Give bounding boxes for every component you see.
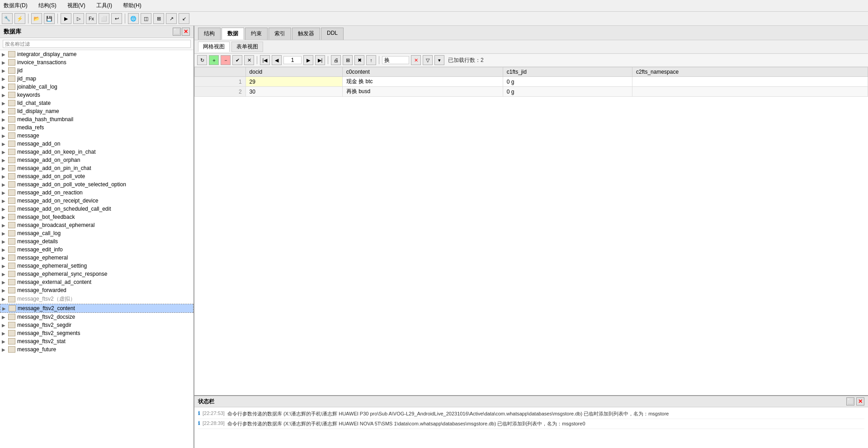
tree-item[interactable]: ▶jid xyxy=(0,66,193,75)
cell-c0content[interactable]: 再换 busd xyxy=(342,87,503,97)
toolbar-btn-7[interactable]: ⬜ xyxy=(99,13,109,24)
tree-item[interactable]: ▶message_add_on_poll_vote_selected_optio… xyxy=(0,180,193,189)
print-button[interactable]: 🖨 xyxy=(331,55,341,65)
tree-item[interactable]: ▶jid_map xyxy=(0,75,193,83)
cell-c0content[interactable]: 现金 换 btc xyxy=(342,77,503,87)
tree-item[interactable]: ▶message_future xyxy=(0,345,193,354)
menu-tools[interactable]: 工具(I) xyxy=(94,1,114,10)
col-header-docid[interactable]: docid xyxy=(245,67,342,77)
tree-item[interactable]: ▶message_add_on_reaction xyxy=(0,189,193,197)
tree-item[interactable]: ▶message_add_on_keep_in_chat xyxy=(0,148,193,156)
toolbar-btn-13[interactable]: ↙ xyxy=(179,13,189,24)
tab-data[interactable]: 数据 xyxy=(222,28,244,40)
subtab-form[interactable]: 表单视图 xyxy=(231,42,263,52)
toolbar-btn-9[interactable]: 🌐 xyxy=(128,13,139,24)
menu-structure[interactable]: 结构(S) xyxy=(37,1,58,10)
tree-item[interactable]: ▶message_add_on_orphan xyxy=(0,156,193,164)
toolbar-btn-fx[interactable]: Fx xyxy=(86,13,97,24)
tree-item[interactable]: ▶message_ftsv2_segdir xyxy=(0,321,193,329)
cell-c2fts_namespace[interactable] xyxy=(632,77,868,87)
tab-triggers[interactable]: 触发器 xyxy=(292,28,320,40)
status-minimize-button[interactable]: ⬜ xyxy=(846,397,854,406)
tree-item[interactable]: ▶message_ephemeral_sync_response xyxy=(0,270,193,278)
table-row[interactable]: 230再换 busd0 g xyxy=(195,87,868,97)
first-page-button[interactable]: |◀ xyxy=(260,55,270,65)
tree-item[interactable]: ▶message_ftsv2_content xyxy=(0,304,193,313)
tab-ddl[interactable]: DDL xyxy=(321,28,344,40)
filter-toggle-button[interactable]: ▽ xyxy=(423,55,433,65)
tree-item[interactable]: ▶message_add_on_pin_in_chat xyxy=(0,164,193,172)
tree-item[interactable]: ▶message_broadcast_ephemeral xyxy=(0,221,193,229)
toolbar-btn-3[interactable]: 📂 xyxy=(31,13,42,24)
tree-item[interactable]: ▶message_bot_feedback xyxy=(0,213,193,221)
filter-clear-button[interactable]: ✖ xyxy=(354,55,364,65)
toolbar-btn-6[interactable]: ▷ xyxy=(73,13,84,24)
last-page-button[interactable]: ▶| xyxy=(315,55,325,65)
tree-item[interactable]: ▶message_ftsv2_docsize xyxy=(0,313,193,321)
export-button[interactable]: ↑ xyxy=(366,55,376,65)
next-page-button[interactable]: ▶ xyxy=(303,55,313,65)
delete-row-button[interactable]: － xyxy=(221,55,231,65)
tree-item[interactable]: ▶lid_chat_state xyxy=(0,99,193,107)
tree-item[interactable]: ▶message_details xyxy=(0,237,193,245)
cell-c1fts_jid[interactable]: 0 g xyxy=(503,87,632,97)
page-number-input[interactable]: 1 xyxy=(283,56,302,64)
cell-c1fts_jid[interactable]: 0 g xyxy=(503,77,632,87)
tree-item[interactable]: ▶message_external_ad_content xyxy=(0,278,193,286)
filter-active-button[interactable]: ⊞ xyxy=(343,55,353,65)
tab-constraints[interactable]: 约束 xyxy=(245,28,268,40)
tree-item[interactable]: ▶message_ftsv2（虚拟） xyxy=(0,294,193,304)
tree-item[interactable]: ▶message_ftsv2_segments xyxy=(0,329,193,337)
tree-item[interactable]: ▶message_call_log xyxy=(0,229,193,237)
tree-item[interactable]: ▶message_add_on_receipt_device xyxy=(0,197,193,205)
confirm-button[interactable]: ✔ xyxy=(232,55,242,65)
status-close-button[interactable]: ✕ xyxy=(856,397,864,406)
search-clear-button[interactable]: ✕ xyxy=(411,55,421,65)
menu-database[interactable]: 数据库(D) xyxy=(2,1,29,10)
toolbar-btn-10[interactable]: ◫ xyxy=(141,13,151,24)
tree-item[interactable]: ▶joinable_call_log xyxy=(0,83,193,91)
filter-input[interactable] xyxy=(3,40,191,48)
cancel-button[interactable]: ✕ xyxy=(244,55,254,65)
refresh-button[interactable]: ↻ xyxy=(197,55,207,65)
table-row[interactable]: 129现金 换 btc0 g xyxy=(195,77,868,87)
tab-structure[interactable]: 结构 xyxy=(198,28,221,40)
tree-item[interactable]: ▶message_edit_info xyxy=(0,245,193,254)
menu-view[interactable]: 视图(V) xyxy=(66,1,87,10)
tree-item[interactable]: ▶message_ftsv2_stat xyxy=(0,337,193,345)
tree-item[interactable]: ▶message xyxy=(0,132,193,140)
tree-item[interactable]: ▶message_forwarded xyxy=(0,286,193,294)
tree-item[interactable]: ▶media_refs xyxy=(0,123,193,132)
prev-page-button[interactable]: ◀ xyxy=(272,55,282,65)
toolbar-btn-4[interactable]: 💾 xyxy=(44,13,55,24)
col-header-c0content[interactable]: c0content xyxy=(342,67,503,77)
tree-item[interactable]: ▶message_add_on_poll_vote xyxy=(0,172,193,180)
close-panel-button[interactable]: ✕ xyxy=(182,28,190,36)
cell-docid[interactable]: 30 xyxy=(245,87,342,97)
tree-item[interactable]: ▶keywords xyxy=(0,91,193,99)
tree-item[interactable]: ▶lid_display_name xyxy=(0,107,193,115)
tree-item[interactable]: ▶invoice_transactions xyxy=(0,58,193,66)
toolbar-btn-5[interactable]: ▶ xyxy=(61,13,71,24)
data-area[interactable]: docidc0contentc1fts_jidc2fts_namespace 1… xyxy=(194,67,868,395)
tab-indexes[interactable]: 索引 xyxy=(269,28,291,40)
toolbar-btn-12[interactable]: ↗ xyxy=(166,13,177,24)
tree-item[interactable]: ▶integrator_display_name xyxy=(0,50,193,58)
minimize-panel-button[interactable]: ⬜ xyxy=(173,28,181,36)
col-header-c2fts_namespace[interactable]: c2fts_namespace xyxy=(632,67,868,77)
menu-help[interactable]: 帮助(H) xyxy=(121,1,143,10)
col-header-c1fts_jid[interactable]: c1fts_jid xyxy=(503,67,632,77)
cell-c2fts_namespace[interactable] xyxy=(632,87,868,97)
add-row-button[interactable]: ＋ xyxy=(209,55,219,65)
tree-item[interactable]: ▶message_ephemeral_setting xyxy=(0,262,193,270)
cell-docid[interactable]: 29 xyxy=(245,77,342,87)
search-input[interactable]: 换 xyxy=(382,56,409,64)
tree-item[interactable]: ▶media_hash_thumbnail xyxy=(0,115,193,123)
tree-item[interactable]: ▶message_ephemeral xyxy=(0,254,193,262)
tree-item[interactable]: ▶message_add_on_scheduled_call_edit xyxy=(0,205,193,213)
filter-options-button[interactable]: ▾ xyxy=(434,55,444,65)
subtab-grid[interactable]: 网格视图 xyxy=(198,42,230,52)
toolbar-btn-1[interactable]: 🔧 xyxy=(2,13,13,24)
tree-item[interactable]: ▶message_add_on xyxy=(0,140,193,148)
toolbar-btn-8[interactable]: ↩ xyxy=(111,13,122,24)
